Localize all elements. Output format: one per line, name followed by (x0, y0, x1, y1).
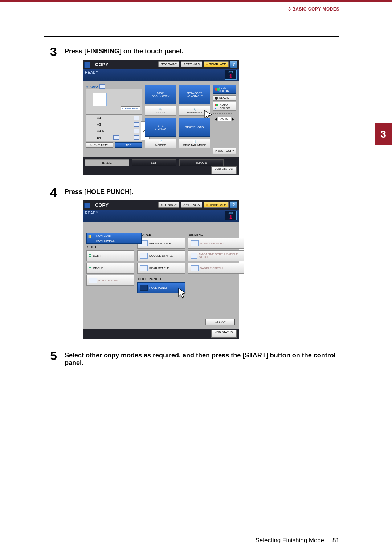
auto-color-label: AUTO COLOR (220, 103, 234, 110)
hole-punch-button[interactable]: HOLE PUNCH (137, 282, 185, 293)
staple-head: STAPLE (138, 233, 184, 236)
set-counter: SET 1 (225, 70, 237, 80)
non-sort-button[interactable]: ▮▮ NON-SORT NON-STAPLE (86, 233, 142, 244)
rotate-icon (89, 278, 97, 283)
saddle-stitch-button[interactable]: SADDLE STITCH (188, 263, 244, 274)
binding-column: BINDING MAGAZINE SORT MAGAZINE SORT & SA… (188, 233, 244, 313)
mode-column-2: NON-SORT NON-STAPLE 📎 FINISHING TEXT/PHO… (179, 85, 210, 154)
template-button[interactable]: TEMPLATE (204, 61, 229, 67)
front-staple-button[interactable]: FRONT STAPLE (137, 238, 185, 249)
job-status-button[interactable]: JOB STATUS (211, 330, 237, 338)
job-status-row: JOB STATUS (83, 166, 239, 175)
finishing-button[interactable]: 📎 FINISHING (179, 106, 210, 116)
zoom-sub: ORG. → COPY (152, 95, 170, 97)
hole-punch-label: HOLE PUNCH (149, 286, 168, 289)
pointer-icon: ☞ (90, 143, 93, 147)
color-column: FULL COLOR BLACK AUTO COLOR (213, 85, 236, 154)
panel-title: COPY (93, 202, 109, 208)
full-color-button[interactable]: FULL COLOR (213, 85, 236, 94)
settings-button[interactable]: SETTINGS (181, 61, 202, 67)
tray-row[interactable]: B4 (86, 134, 142, 141)
tab-image[interactable]: IMAGE (179, 159, 224, 166)
template-button[interactable]: TEMPLATE (204, 202, 229, 208)
rear-staple-label: REAR STAPLE (149, 267, 169, 270)
tray-size: A4 (97, 116, 101, 120)
step-title: Press [FINISHING] on the touch panel. (65, 48, 339, 55)
finishing-top: NON-SORT (187, 92, 203, 95)
zoom-button[interactable]: 🔍 ZOOM (145, 106, 176, 116)
storage-button[interactable]: STORAGE (158, 61, 179, 67)
orient-icon (134, 116, 139, 120)
original-display: TEXT/PHOTO (179, 118, 210, 137)
tray-row[interactable]: A3 A4 (86, 121, 142, 127)
step-3: 3 Press [FINISHING] on the touch panel. … (50, 45, 339, 182)
tray-size: B4 (97, 136, 101, 139)
non-sort-top: NON-SORT (96, 234, 112, 238)
tray-size: A3 (97, 123, 101, 126)
zoom-display: 100% ORG. → COPY (145, 85, 176, 104)
density-right-icon[interactable]: ▶ (232, 117, 234, 121)
black-button[interactable]: BLACK (213, 95, 236, 101)
help-button[interactable]: ? (230, 201, 237, 208)
bypass-feed-button[interactable]: BYPASS FEED (121, 106, 140, 110)
auto-color-button[interactable]: AUTO COLOR (213, 102, 236, 111)
touch-panel-finishing: COPY STORAGE SETTINGS TEMPLATE ? READY S… (83, 200, 239, 339)
two-sided-icon: 📄 (159, 140, 162, 143)
saddle-label: SADDLE STITCH (200, 267, 223, 270)
tray-row[interactable]: A4-R (86, 128, 142, 134)
mode-column-1: 100% ORG. → COPY 🔍 ZOOM 1→1 SIMPLEX � (145, 85, 176, 154)
sort-button[interactable]: ≣ SORT (86, 250, 134, 261)
full-color-label: FULL COLOR (219, 86, 234, 93)
rear-staple-button[interactable]: REAR STAPLE (137, 263, 185, 274)
finishing-icon: 📎 (193, 108, 196, 111)
sort-head: SORT (87, 245, 134, 249)
orient-icon (99, 84, 105, 89)
finishing-body: ▮▮ NON-SORT NON-STAPLE SORT ≣ SORT ≣ GRO… (83, 222, 239, 316)
page-content: 3 Press [FINISHING] on the touch panel. … (50, 45, 339, 370)
copy-icon (84, 203, 90, 208)
aps-button[interactable]: APS (115, 142, 142, 148)
group-label: GROUP (93, 267, 103, 270)
double-staple-button[interactable]: DOUBLE STAPLE (137, 250, 185, 261)
settings-button[interactable]: SETTINGS (181, 202, 202, 208)
binding-head: BINDING (189, 233, 244, 236)
magazine-sort-button[interactable]: MAGAZINE SORT (188, 238, 244, 249)
auto-label: AUTO (90, 85, 98, 88)
zoom-icon: 🔍 (159, 108, 162, 111)
proof-copy-button[interactable]: PROOF COPY (213, 148, 236, 154)
tab-basic[interactable]: BASIC (85, 159, 129, 166)
magazine-icon (191, 240, 199, 246)
original-icon: 📑 (193, 140, 196, 143)
status-bar: READY SET 1 (83, 69, 239, 81)
job-status-button[interactable]: JOB STATUS (211, 166, 237, 174)
two-sided-button[interactable]: 📄 2-SIDED (145, 139, 176, 148)
exit-tray-button[interactable]: ☞ EXIT TRAY (86, 142, 113, 148)
storage-button[interactable]: STORAGE (158, 202, 179, 208)
status-bar: READY SET 1 (83, 210, 239, 222)
footer: Selecting Finishing Mode 81 (255, 537, 339, 544)
hole-punch-icon (140, 285, 148, 291)
help-button[interactable]: ? (230, 61, 237, 68)
density-left-icon[interactable]: ◀ (215, 117, 217, 121)
group-icon: ≣ (89, 267, 91, 270)
front-staple-label: FRONT STAPLE (149, 242, 171, 245)
tray-row[interactable]: A4 (86, 115, 142, 121)
finishing-label: FINISHING (187, 111, 202, 114)
orient-icon (134, 122, 139, 127)
rotate-sort-button[interactable]: ROTATE SORT (86, 275, 134, 286)
status-text: READY (85, 69, 223, 74)
staple-column: STAPLE FRONT STAPLE DOUBLE STAPLE REAR S… (137, 233, 184, 313)
auto-badge: ☞ AUTO (86, 84, 105, 89)
tab-edit[interactable]: EDIT (132, 159, 176, 166)
auto-density-button[interactable]: AUTO (218, 117, 231, 121)
finishing-display: NON-SORT NON-STAPLE (179, 85, 210, 104)
group-button[interactable]: ≣ GROUP (86, 263, 134, 274)
close-button[interactable]: CLOSE (205, 319, 235, 325)
tray-list: A4 A3 A4 A4-R (86, 114, 142, 141)
rear-staple-icon (140, 265, 148, 271)
magazine-saddle-button[interactable]: MAGAZINE SORT & SADDLE STITCH (188, 250, 244, 261)
job-status-row: JOB STATUS (83, 329, 239, 339)
step-number: 5 (50, 349, 65, 367)
original-mode-button[interactable]: 📑 ORIGINAL MODE (179, 139, 210, 148)
tab-strip: BASIC EDIT IMAGE (83, 157, 239, 166)
